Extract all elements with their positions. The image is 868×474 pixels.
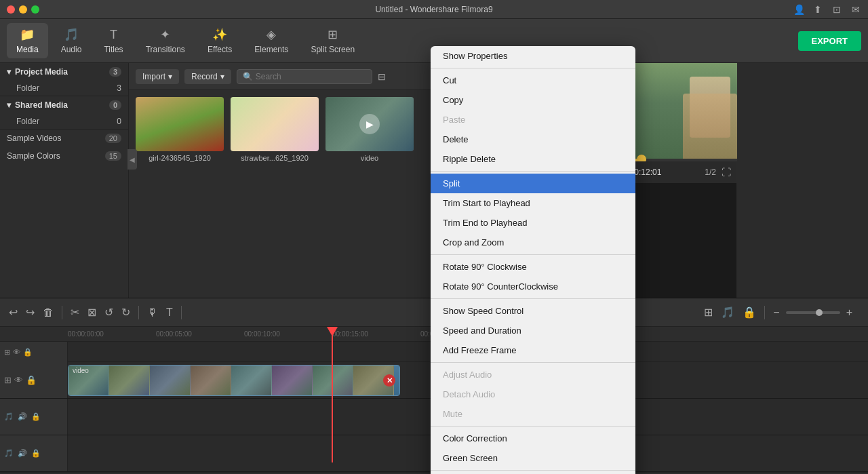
- ctx-show-properties[interactable]: Show Properties: [431, 46, 635, 66]
- split-screen-tab-icon: ⊞: [328, 27, 338, 42]
- filter-icon[interactable]: ⊟: [378, 71, 386, 82]
- export-button[interactable]: EXPORT: [798, 31, 861, 51]
- tab-titles[interactable]: T Titles: [94, 24, 132, 58]
- share-icon[interactable]: ⬆: [812, 4, 823, 15]
- ctx-delete[interactable]: Delete: [431, 130, 635, 149]
- voiceover-button[interactable]: 🎙: [145, 304, 160, 321]
- project-media-header[interactable]: ▾ Project Media 3: [0, 63, 128, 81]
- minimize-button[interactable]: [19, 5, 27, 14]
- rotate-right-button[interactable]: ↻: [119, 304, 132, 321]
- chevron-down-icon: ▾: [7, 67, 11, 77]
- ctx-sep-1: [431, 68, 635, 68]
- import-button[interactable]: Import ▾: [136, 69, 179, 84]
- ctx-mute: Mute: [431, 404, 635, 424]
- track-eye-icon[interactable]: 👁: [13, 348, 20, 356]
- ctx-cut[interactable]: Cut: [431, 71, 635, 90]
- media-item-2[interactable]: ▶ video: [326, 97, 414, 162]
- shared-folder-item[interactable]: Folder 0: [0, 114, 128, 129]
- ctx-sep-7: [431, 470, 635, 471]
- clip-frame-2: [150, 366, 191, 396]
- video-track-grid-icon[interactable]: ⊞: [4, 375, 12, 385]
- ctx-freeze-frame-label: Add Freeze Frame: [443, 345, 516, 355]
- undo-button[interactable]: ↩: [7, 304, 20, 321]
- text-button[interactable]: T: [164, 304, 175, 321]
- titles-tab-icon: T: [110, 28, 117, 42]
- window-icon[interactable]: ⊡: [831, 4, 842, 15]
- redo-button[interactable]: ↪: [24, 304, 37, 321]
- ctx-trim-end-label: Trim End to Playhead: [443, 218, 528, 228]
- zoom-in-button[interactable]: +: [844, 304, 854, 321]
- ruler-mark-3: 00:00:15:00: [332, 330, 420, 338]
- tab-elements[interactable]: ◈ Elements: [245, 23, 298, 58]
- zoom-out-button[interactable]: −: [771, 304, 781, 321]
- ctx-rotate-ccw-label: Rotate 90° CounterClockwise: [443, 281, 558, 292]
- tl-sep-1: [62, 306, 62, 319]
- zoom-ratio[interactable]: 1/2: [703, 166, 717, 178]
- ctx-green-screen[interactable]: Green Screen: [431, 448, 635, 468]
- sidebar-collapse-arrow[interactable]: ◀: [127, 149, 137, 170]
- audio-snap-button[interactable]: 🎵: [719, 304, 736, 321]
- zoom-slider[interactable]: [786, 311, 840, 314]
- maximize-button[interactable]: [31, 5, 39, 14]
- playhead-marker[interactable]: [327, 327, 338, 336]
- ruler-mark-0: 00:00:00:00: [68, 330, 156, 338]
- split-screen-tab-label: Split Screen: [311, 45, 355, 54]
- rotate-left-button[interactable]: ↺: [102, 304, 115, 321]
- audio-2-lock-icon[interactable]: 🔒: [31, 449, 41, 458]
- ctx-color-correction-label: Color Correction: [443, 433, 507, 443]
- ctx-color-correction[interactable]: Color Correction: [431, 429, 635, 448]
- sample-videos-item[interactable]: Sample Videos 20: [0, 130, 128, 147]
- ctx-trim-start[interactable]: Trim Start to Playhead: [431, 193, 635, 213]
- ctx-show-speed[interactable]: Show Speed Control: [431, 301, 635, 321]
- ctx-rotate-ccw[interactable]: Rotate 90° CounterClockwise: [431, 277, 635, 296]
- media-item-0[interactable]: girl-2436545_1920: [136, 97, 224, 162]
- ctx-delete-label: Delete: [443, 134, 469, 144]
- message-icon[interactable]: ✉: [850, 4, 861, 15]
- ctx-split[interactable]: Split: [431, 174, 635, 193]
- video-track-eye-icon[interactable]: 👁: [14, 375, 23, 385]
- audio-1-lock-icon[interactable]: 🔒: [31, 412, 41, 421]
- snap-button[interactable]: ⊞: [702, 304, 715, 321]
- project-folder-label: Folder: [16, 83, 39, 93]
- track-lock-icon[interactable]: 🔒: [23, 348, 33, 357]
- ctx-ripple-delete[interactable]: Ripple Delete: [431, 149, 635, 169]
- tab-split-screen[interactable]: ⊞ Split Screen: [301, 23, 364, 58]
- shared-media-label: Shared Media: [15, 100, 68, 110]
- clip-thumbnails: [68, 366, 399, 395]
- video-track-lock-icon[interactable]: 🔒: [26, 375, 37, 385]
- ctx-green-screen-label: Green Screen: [443, 453, 498, 463]
- tab-effects[interactable]: ✨ Effects: [198, 23, 241, 58]
- audio-2-note-icon: 🎵: [4, 449, 14, 458]
- sample-colors-item[interactable]: Sample Colors 15: [0, 147, 128, 165]
- ctx-mute-label: Mute: [443, 409, 462, 419]
- cut-button[interactable]: ✂: [68, 304, 81, 321]
- ctx-trim-end[interactable]: Trim End to Playhead: [431, 213, 635, 233]
- record-button[interactable]: Record ▾: [184, 69, 231, 84]
- audio-2-volume-icon[interactable]: 🔊: [18, 449, 27, 458]
- effects-tab-label: Effects: [208, 45, 232, 54]
- ctx-freeze-frame[interactable]: Add Freeze Frame: [431, 340, 635, 360]
- ctx-crop-zoom[interactable]: Crop and Zoom: [431, 233, 635, 252]
- account-icon[interactable]: 👤: [793, 4, 804, 15]
- track-lock-button[interactable]: 🔒: [741, 304, 758, 321]
- ctx-speed-duration[interactable]: Speed and Duration: [431, 321, 635, 340]
- project-media-section: ▾ Project Media 3 Folder 3: [0, 63, 128, 96]
- video-clip[interactable]: video ✕: [68, 365, 400, 396]
- sidebar: ▾ Project Media 3 Folder 3 ▾ Shared Medi…: [0, 63, 129, 299]
- tab-media[interactable]: 📁 Media: [7, 23, 48, 58]
- search-placeholder: Search: [256, 72, 281, 81]
- preview-fullscreen-icon[interactable]: ⛶: [720, 165, 732, 179]
- tab-transitions[interactable]: ✦ Transitions: [136, 23, 195, 58]
- close-button[interactable]: [7, 5, 15, 14]
- ctx-rotate-cw[interactable]: Rotate 90° Clockwise: [431, 257, 635, 277]
- crop-button[interactable]: ⊠: [85, 304, 98, 321]
- clip-frame-4: [231, 366, 272, 396]
- audio-1-volume-icon[interactable]: 🔊: [18, 412, 27, 421]
- project-folder-item[interactable]: Folder 3: [0, 81, 128, 96]
- track-grid-icon[interactable]: ⊞: [4, 348, 10, 357]
- tab-audio[interactable]: 🎵 Audio: [52, 23, 92, 58]
- media-item-1[interactable]: strawber...625_1920: [231, 97, 319, 162]
- delete-button[interactable]: 🗑: [41, 304, 56, 321]
- ctx-copy[interactable]: Copy: [431, 90, 635, 110]
- shared-media-header[interactable]: ▾ Shared Media 0: [0, 96, 128, 114]
